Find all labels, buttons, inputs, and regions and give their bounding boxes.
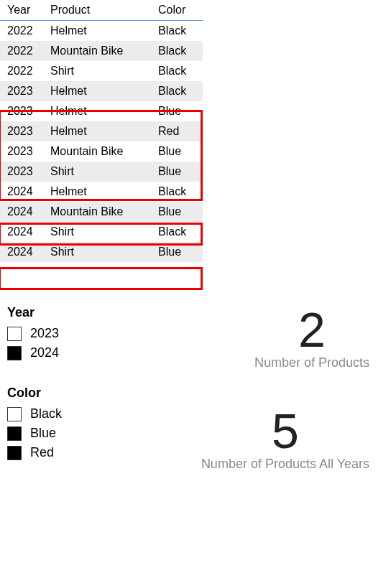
cell-color: Red [158, 125, 201, 138]
cell-product: Mountain Bike [50, 205, 158, 218]
card-products: 2 Number of Products [254, 305, 369, 370]
lower-section: Year 2023 2024 Color Black Blue Red [0, 305, 391, 486]
checkbox-icon[interactable] [7, 327, 22, 341]
checkbox-icon[interactable] [7, 346, 22, 360]
checkbox-icon[interactable] [7, 426, 22, 441]
card-label: Number of Products All Years [201, 457, 369, 472]
slicer-item-black[interactable]: Black [7, 406, 144, 421]
cell-year: 2023 [7, 85, 50, 98]
cell-product: Helmet [50, 185, 158, 198]
cell-color: Blue [158, 246, 201, 258]
cell-year: 2022 [7, 24, 50, 37]
table-row: 2023 Mountain Bike Blue [0, 141, 203, 162]
slicer-label: Blue [30, 426, 56, 441]
cell-color: Blue [158, 165, 201, 178]
cell-color: Black [158, 185, 201, 198]
header-product[interactable]: Product [50, 4, 158, 17]
table-row: 2023 Helmet Red [0, 121, 203, 141]
checkbox-icon[interactable] [7, 446, 22, 460]
slicer-label: Black [30, 406, 62, 421]
table-body: 2022 Helmet Black 2022 Mountain Bike Bla… [0, 21, 203, 262]
year-slicer: Year 2023 2024 [7, 305, 144, 360]
cell-color: Blue [158, 105, 201, 118]
card-value: 2 [254, 305, 369, 354]
cell-product: Shirt [50, 225, 158, 238]
slicer-item-red[interactable]: Red [7, 445, 144, 460]
slicers-panel: Year 2023 2024 Color Black Blue Red [7, 305, 144, 486]
table-row: 2024 Shirt Black [0, 222, 203, 242]
slicer-label: 2024 [30, 345, 59, 360]
cell-product: Shirt [50, 65, 158, 78]
slicer-item-blue[interactable]: Blue [7, 426, 144, 441]
table-header-row: Year Product Color [0, 0, 203, 21]
checkbox-icon[interactable] [7, 407, 22, 421]
table-row: 2024 Mountain Bike Blue [0, 202, 203, 222]
slicer-label: Red [30, 445, 54, 460]
cell-product: Shirt [50, 165, 158, 178]
cell-color: Black [158, 45, 201, 57]
color-slicer: Color Black Blue Red [7, 386, 144, 460]
table-row: 2024 Helmet Black [0, 182, 203, 202]
cell-year: 2024 [7, 246, 50, 258]
cell-product: Mountain Bike [50, 45, 158, 57]
cell-product: Helmet [50, 105, 158, 118]
slicer-label: 2023 [30, 326, 59, 341]
cell-color: Black [158, 225, 201, 238]
table-row: 2022 Shirt Black [0, 61, 203, 81]
cell-year: 2024 [7, 185, 50, 198]
table-row: 2024 Shirt Blue [0, 242, 203, 262]
header-year[interactable]: Year [7, 4, 50, 17]
cell-product: Helmet [50, 24, 158, 37]
cell-year: 2024 [7, 205, 50, 218]
card-products-all-years: 5 Number of Products All Years [201, 406, 369, 472]
year-slicer-title: Year [7, 305, 144, 320]
cell-color: Blue [158, 145, 201, 158]
cell-year: 2024 [7, 225, 50, 238]
cell-product: Helmet [50, 85, 158, 98]
cell-year: 2023 [7, 125, 50, 138]
slicer-item-2024[interactable]: 2024 [7, 345, 144, 360]
card-value: 5 [201, 406, 369, 455]
cell-color: Black [158, 85, 201, 98]
table-row: 2023 Helmet Blue [0, 101, 203, 121]
cell-year: 2023 [7, 105, 50, 118]
cards-panel: 2 Number of Products 5 Number of Product… [144, 305, 391, 486]
header-color[interactable]: Color [158, 4, 201, 17]
cell-color: Blue [158, 205, 201, 218]
cell-product: Helmet [50, 125, 158, 138]
card-label: Number of Products [254, 355, 369, 370]
cell-product: Shirt [50, 246, 158, 258]
cell-year: 2022 [7, 45, 50, 57]
cell-year: 2022 [7, 65, 50, 78]
cell-year: 2023 [7, 165, 50, 178]
cell-product: Mountain Bike [50, 145, 158, 158]
cell-color: Black [158, 65, 201, 78]
color-slicer-title: Color [7, 386, 144, 401]
slicer-item-2023[interactable]: 2023 [7, 326, 144, 341]
cell-year: 2023 [7, 145, 50, 158]
table-row: 2022 Helmet Black [0, 21, 203, 41]
highlight-box [0, 267, 203, 290]
data-table: Year Product Color 2022 Helmet Black 202… [0, 0, 203, 262]
table-row: 2022 Mountain Bike Black [0, 41, 203, 61]
table-row: 2023 Shirt Blue [0, 162, 203, 182]
cell-color: Black [158, 24, 201, 37]
table-row: 2023 Helmet Black [0, 81, 203, 101]
